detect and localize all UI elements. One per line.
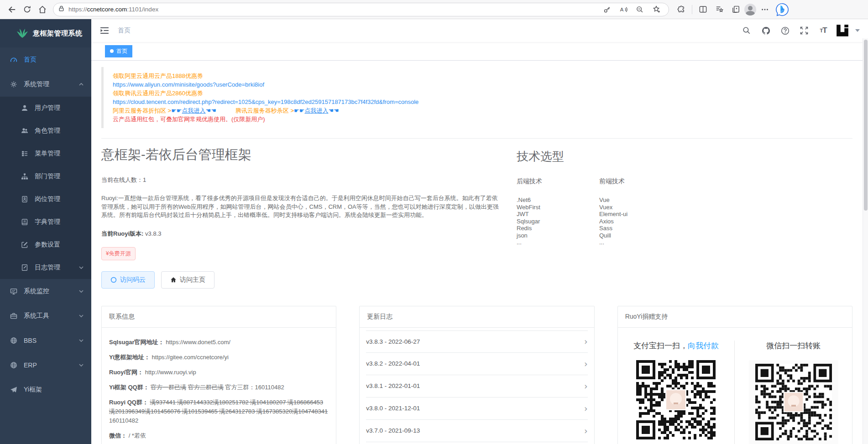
donate-card-title: RuoYi捐赠支持 [618,306,852,328]
frontend-item: Vue [599,196,627,204]
sidebar-item-bbs[interactable]: BBS [0,328,91,353]
logo-plant-icon [16,28,28,39]
sidebar-item-home[interactable]: 首页 [0,47,91,72]
zoom-out-icon[interactable] [632,2,648,17]
chevron-up-icon [78,82,84,87]
sidebar-item-system-monitoring[interactable]: 系统监控 [0,279,91,304]
lock-icon[interactable] [58,5,65,14]
copilot-bing-icon[interactable] [774,2,790,17]
breadcrumb[interactable]: 首页 [118,26,131,35]
back-icon[interactable] [4,2,19,17]
url-text[interactable]: https://ccnetcore.com:1101/index [68,6,599,13]
visit-gitee-button[interactable]: 访问码云 [101,271,155,289]
extensions-icon[interactable] [674,2,689,17]
pay-me-link[interactable]: 向我付款 [688,341,719,350]
system-management-submenu: 用户管理 角色管理 菜单管理 部门管理 岗位管理 字典管理 [0,97,91,279]
sqlsugar-site-link[interactable]: https://www.donet5.com/ [166,339,230,346]
fullscreen-icon[interactable] [797,23,811,38]
pointing-hand-icon: ☛☛ [171,107,182,114]
tencent-enter-link[interactable]: 点我进入 [304,107,328,114]
changelog-row[interactable]: v3.8.3 - 2022-06-27› [366,330,587,353]
user-avatar-logo[interactable] [835,23,850,38]
notice-line-zones: 阿里云服务器折扣区 >☛☛点我进入☚☚腾讯云服务器秒杀区 >☛☛点我进入☚☚ [113,106,848,115]
chevron-down-icon [78,265,84,270]
globe-icon [10,337,17,344]
home-icon[interactable] [35,2,50,17]
dashboard-icon [10,56,17,63]
sidebar-item-department-management[interactable]: 部门管理 [0,165,91,188]
chevron-right-icon: › [584,403,588,413]
user-icon [21,104,28,112]
favorites-icon[interactable] [711,2,727,17]
sidebar-item-label: 岗位管理 [35,195,84,203]
sidebar-item-post-management[interactable]: 岗位管理 [0,188,91,211]
frontend-label: 前端技术 [599,177,627,186]
search-icon[interactable] [739,23,754,38]
split-screen-icon[interactable] [695,2,711,17]
app-logo[interactable]: 意框架管理系统 [0,19,91,47]
visit-homepage-button[interactable]: 访问主页 [161,271,214,289]
yi-repo-link[interactable]: https://gitee.com/ccnetcore/yi [152,354,228,361]
active-tag-dot [110,49,114,53]
sidebar-item-label: 用户管理 [35,104,84,112]
avatar-body [746,11,755,15]
alipay-qr-code [636,360,716,439]
refresh-icon[interactable] [19,2,35,17]
profile-avatar[interactable] [744,4,756,15]
sidebar-toggle-icon[interactable] [99,26,110,36]
browser-toolbar: https://ccnetcore.com:1101/index A [0,0,868,19]
avatar-caret-icon[interactable] [855,29,860,32]
tech-stack-section: 技术选型 后端技术 .Net6 WebFirst JWT Sqlsugar Re… [517,146,627,289]
contact-yi-line: Yi意框架地址： https://gitee.com/ccnetcore/yi [109,353,329,362]
sidebar-item-menu-management[interactable]: 菜单管理 [0,142,91,165]
sidebar-item-role-management[interactable]: 角色管理 [0,119,91,142]
changelog-row[interactable]: v3.7.0 - 2021-09-13› [366,420,587,442]
collections-icon[interactable] [728,2,743,17]
github-icon[interactable] [758,23,773,38]
toolbox-icon [10,312,17,320]
tencent-coupon-link[interactable]: https://cloud.tencent.com/redirect.php?r… [113,98,418,105]
settings-more-icon[interactable] [757,2,773,17]
changelog-row[interactable]: v3.8.0 - 2021-12-01› [366,398,587,420]
sidebar-item-yi-framework[interactable]: Yi框架 [0,377,91,402]
changelog-row[interactable]: v3.8.2 - 2022-04-01› [366,353,587,375]
sidebar-item-log-management[interactable]: 日志管理 [0,256,91,279]
ruoyi-site-link[interactable]: http://www.ruoyi.vip [145,369,196,376]
chevron-right-icon: › [584,336,588,346]
id-badge-icon [21,196,28,203]
window-scrollbar[interactable] [863,38,868,444]
gitee-circle-icon [110,277,117,283]
add-favorite-star-icon[interactable] [648,2,664,17]
aliyun-coupon-link[interactable]: https://www.aliyun.com/minisite/goods?us… [113,81,264,88]
aliyun-zone-label: 阿里云服务器折扣区 > [113,107,171,114]
contact-wechat-line: 微信： / *若依 [109,431,329,440]
sidebar-item-label: BBS [24,337,78,344]
sidebar-item-dictionary-management[interactable]: 字典管理 [0,211,91,233]
sidebar-item-system-tools[interactable]: 系统工具 [0,304,91,328]
sidebar-item-parameter-settings[interactable]: 参数设置 [0,233,91,256]
help-question-icon[interactable] [778,23,792,38]
edit-icon [21,241,28,248]
scrollbar-thumb[interactable] [864,40,868,211]
changelog-row[interactable]: v3.8.1 - 2022-01-01› [366,375,587,398]
frontend-tech-column: 前端技术 Vue Vuex Element-ui Axios Sass Quil… [599,177,627,246]
contact-yi-qq-line: Yi框架 QQ群： 官方一群已满 官方二群已满 官方三群：160110482 [109,383,329,392]
password-key-icon[interactable] [599,2,615,17]
sidebar-item-system-management[interactable]: 系统管理 [0,72,91,97]
frontend-item: Axios [599,218,627,225]
avatar-head [748,6,753,10]
svg-text:A: A [620,7,624,12]
app-title: 意框架管理系统 [33,29,83,38]
sidebar-item-label: 系统工具 [24,312,78,320]
address-bar[interactable]: https://ccnetcore.com:1101/index A [53,3,669,16]
sidebar-item-label: 系统管理 [24,80,78,88]
tag-home[interactable]: 首页 [105,45,132,57]
aliyun-enter-link[interactable]: 点我进入 [182,107,206,114]
font-size-icon[interactable]: TT [816,23,831,38]
backend-tech-column: 后端技术 .Net6 WebFirst JWT Sqlsugar Redis j… [517,177,542,246]
changelog-card: 更新日志 v3.8.3 - 2022-06-27› v3.8.2 - 2022-… [359,306,594,444]
sidebar-item-user-management[interactable]: 用户管理 [0,97,91,119]
sidebar-item-label: 部门管理 [35,172,84,181]
read-aloud-icon[interactable]: A [616,2,631,17]
sidebar-item-erp[interactable]: ERP [0,353,91,377]
